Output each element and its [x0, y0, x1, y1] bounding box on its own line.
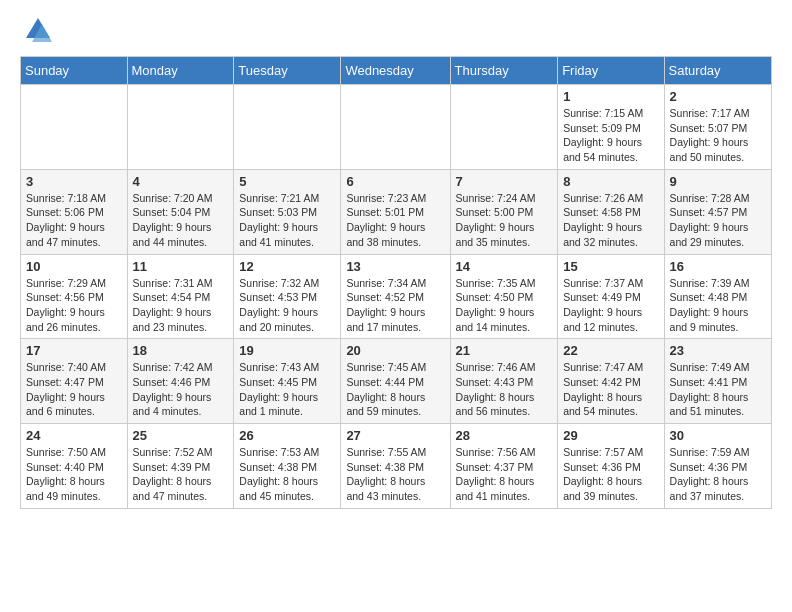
- calendar-cell: 1Sunrise: 7:15 AM Sunset: 5:09 PM Daylig…: [558, 85, 664, 170]
- calendar-header-row: SundayMondayTuesdayWednesdayThursdayFrid…: [21, 57, 772, 85]
- day-number: 7: [456, 174, 553, 189]
- page-container: SundayMondayTuesdayWednesdayThursdayFrid…: [0, 0, 792, 525]
- calendar-cell: 18Sunrise: 7:42 AM Sunset: 4:46 PM Dayli…: [127, 339, 234, 424]
- day-number: 22: [563, 343, 658, 358]
- day-number: 11: [133, 259, 229, 274]
- calendar-cell: 27Sunrise: 7:55 AM Sunset: 4:38 PM Dayli…: [341, 424, 450, 509]
- week-row-0: 1Sunrise: 7:15 AM Sunset: 5:09 PM Daylig…: [21, 85, 772, 170]
- day-info: Sunrise: 7:42 AM Sunset: 4:46 PM Dayligh…: [133, 360, 229, 419]
- calendar-cell: 3Sunrise: 7:18 AM Sunset: 5:06 PM Daylig…: [21, 169, 128, 254]
- calendar-cell: 4Sunrise: 7:20 AM Sunset: 5:04 PM Daylig…: [127, 169, 234, 254]
- day-number: 12: [239, 259, 335, 274]
- day-info: Sunrise: 7:21 AM Sunset: 5:03 PM Dayligh…: [239, 191, 335, 250]
- calendar-cell: 13Sunrise: 7:34 AM Sunset: 4:52 PM Dayli…: [341, 254, 450, 339]
- day-number: 4: [133, 174, 229, 189]
- day-info: Sunrise: 7:29 AM Sunset: 4:56 PM Dayligh…: [26, 276, 122, 335]
- day-info: Sunrise: 7:56 AM Sunset: 4:37 PM Dayligh…: [456, 445, 553, 504]
- day-number: 23: [670, 343, 766, 358]
- week-row-2: 10Sunrise: 7:29 AM Sunset: 4:56 PM Dayli…: [21, 254, 772, 339]
- day-number: 21: [456, 343, 553, 358]
- day-info: Sunrise: 7:47 AM Sunset: 4:42 PM Dayligh…: [563, 360, 658, 419]
- day-number: 9: [670, 174, 766, 189]
- day-number: 28: [456, 428, 553, 443]
- calendar-cell: 7Sunrise: 7:24 AM Sunset: 5:00 PM Daylig…: [450, 169, 558, 254]
- day-number: 1: [563, 89, 658, 104]
- calendar-cell: 5Sunrise: 7:21 AM Sunset: 5:03 PM Daylig…: [234, 169, 341, 254]
- day-info: Sunrise: 7:43 AM Sunset: 4:45 PM Dayligh…: [239, 360, 335, 419]
- day-info: Sunrise: 7:46 AM Sunset: 4:43 PM Dayligh…: [456, 360, 553, 419]
- day-info: Sunrise: 7:28 AM Sunset: 4:57 PM Dayligh…: [670, 191, 766, 250]
- calendar-cell: 2Sunrise: 7:17 AM Sunset: 5:07 PM Daylig…: [664, 85, 771, 170]
- calendar-cell: 9Sunrise: 7:28 AM Sunset: 4:57 PM Daylig…: [664, 169, 771, 254]
- day-info: Sunrise: 7:24 AM Sunset: 5:00 PM Dayligh…: [456, 191, 553, 250]
- col-header-friday: Friday: [558, 57, 664, 85]
- calendar-cell: 21Sunrise: 7:46 AM Sunset: 4:43 PM Dayli…: [450, 339, 558, 424]
- day-number: 19: [239, 343, 335, 358]
- day-info: Sunrise: 7:52 AM Sunset: 4:39 PM Dayligh…: [133, 445, 229, 504]
- day-number: 25: [133, 428, 229, 443]
- calendar-cell: 24Sunrise: 7:50 AM Sunset: 4:40 PM Dayli…: [21, 424, 128, 509]
- logo: [20, 16, 52, 44]
- day-info: Sunrise: 7:45 AM Sunset: 4:44 PM Dayligh…: [346, 360, 444, 419]
- day-info: Sunrise: 7:39 AM Sunset: 4:48 PM Dayligh…: [670, 276, 766, 335]
- calendar-cell: 17Sunrise: 7:40 AM Sunset: 4:47 PM Dayli…: [21, 339, 128, 424]
- calendar-cell: 15Sunrise: 7:37 AM Sunset: 4:49 PM Dayli…: [558, 254, 664, 339]
- day-info: Sunrise: 7:15 AM Sunset: 5:09 PM Dayligh…: [563, 106, 658, 165]
- col-header-saturday: Saturday: [664, 57, 771, 85]
- col-header-tuesday: Tuesday: [234, 57, 341, 85]
- calendar-cell: 16Sunrise: 7:39 AM Sunset: 4:48 PM Dayli…: [664, 254, 771, 339]
- day-info: Sunrise: 7:53 AM Sunset: 4:38 PM Dayligh…: [239, 445, 335, 504]
- day-info: Sunrise: 7:50 AM Sunset: 4:40 PM Dayligh…: [26, 445, 122, 504]
- day-number: 3: [26, 174, 122, 189]
- day-number: 18: [133, 343, 229, 358]
- logo-icon: [24, 16, 52, 44]
- calendar-cell: [21, 85, 128, 170]
- calendar-cell: 6Sunrise: 7:23 AM Sunset: 5:01 PM Daylig…: [341, 169, 450, 254]
- calendar-cell: [450, 85, 558, 170]
- day-number: 6: [346, 174, 444, 189]
- day-info: Sunrise: 7:17 AM Sunset: 5:07 PM Dayligh…: [670, 106, 766, 165]
- day-number: 20: [346, 343, 444, 358]
- calendar-cell: 25Sunrise: 7:52 AM Sunset: 4:39 PM Dayli…: [127, 424, 234, 509]
- calendar-cell: [341, 85, 450, 170]
- day-number: 15: [563, 259, 658, 274]
- calendar-cell: 26Sunrise: 7:53 AM Sunset: 4:38 PM Dayli…: [234, 424, 341, 509]
- calendar-cell: 11Sunrise: 7:31 AM Sunset: 4:54 PM Dayli…: [127, 254, 234, 339]
- col-header-thursday: Thursday: [450, 57, 558, 85]
- day-number: 13: [346, 259, 444, 274]
- day-info: Sunrise: 7:37 AM Sunset: 4:49 PM Dayligh…: [563, 276, 658, 335]
- day-number: 26: [239, 428, 335, 443]
- calendar-cell: 20Sunrise: 7:45 AM Sunset: 4:44 PM Dayli…: [341, 339, 450, 424]
- day-info: Sunrise: 7:32 AM Sunset: 4:53 PM Dayligh…: [239, 276, 335, 335]
- day-number: 30: [670, 428, 766, 443]
- day-number: 8: [563, 174, 658, 189]
- col-header-wednesday: Wednesday: [341, 57, 450, 85]
- day-info: Sunrise: 7:26 AM Sunset: 4:58 PM Dayligh…: [563, 191, 658, 250]
- day-number: 14: [456, 259, 553, 274]
- page-header: [20, 16, 772, 44]
- calendar-cell: 29Sunrise: 7:57 AM Sunset: 4:36 PM Dayli…: [558, 424, 664, 509]
- day-info: Sunrise: 7:31 AM Sunset: 4:54 PM Dayligh…: [133, 276, 229, 335]
- week-row-3: 17Sunrise: 7:40 AM Sunset: 4:47 PM Dayli…: [21, 339, 772, 424]
- calendar-cell: 10Sunrise: 7:29 AM Sunset: 4:56 PM Dayli…: [21, 254, 128, 339]
- calendar-cell: 8Sunrise: 7:26 AM Sunset: 4:58 PM Daylig…: [558, 169, 664, 254]
- day-info: Sunrise: 7:49 AM Sunset: 4:41 PM Dayligh…: [670, 360, 766, 419]
- calendar-cell: 14Sunrise: 7:35 AM Sunset: 4:50 PM Dayli…: [450, 254, 558, 339]
- calendar-cell: 30Sunrise: 7:59 AM Sunset: 4:36 PM Dayli…: [664, 424, 771, 509]
- day-info: Sunrise: 7:18 AM Sunset: 5:06 PM Dayligh…: [26, 191, 122, 250]
- day-number: 29: [563, 428, 658, 443]
- calendar-cell: 28Sunrise: 7:56 AM Sunset: 4:37 PM Dayli…: [450, 424, 558, 509]
- col-header-sunday: Sunday: [21, 57, 128, 85]
- calendar-cell: 22Sunrise: 7:47 AM Sunset: 4:42 PM Dayli…: [558, 339, 664, 424]
- day-number: 16: [670, 259, 766, 274]
- calendar-table: SundayMondayTuesdayWednesdayThursdayFrid…: [20, 56, 772, 509]
- week-row-1: 3Sunrise: 7:18 AM Sunset: 5:06 PM Daylig…: [21, 169, 772, 254]
- day-info: Sunrise: 7:59 AM Sunset: 4:36 PM Dayligh…: [670, 445, 766, 504]
- col-header-monday: Monday: [127, 57, 234, 85]
- calendar-cell: 12Sunrise: 7:32 AM Sunset: 4:53 PM Dayli…: [234, 254, 341, 339]
- day-info: Sunrise: 7:34 AM Sunset: 4:52 PM Dayligh…: [346, 276, 444, 335]
- calendar-cell: [234, 85, 341, 170]
- day-info: Sunrise: 7:57 AM Sunset: 4:36 PM Dayligh…: [563, 445, 658, 504]
- day-info: Sunrise: 7:23 AM Sunset: 5:01 PM Dayligh…: [346, 191, 444, 250]
- day-info: Sunrise: 7:20 AM Sunset: 5:04 PM Dayligh…: [133, 191, 229, 250]
